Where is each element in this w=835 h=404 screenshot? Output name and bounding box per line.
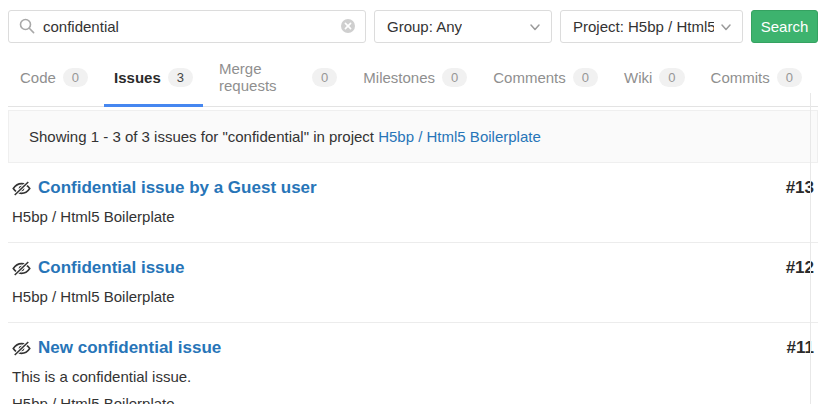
clear-search-icon[interactable]: [340, 18, 356, 34]
issue-project-name: H5bp / Html5 Boilerplate: [12, 288, 814, 305]
group-filter-label: Group: Any: [387, 18, 462, 35]
tab-label: Issues: [114, 69, 161, 86]
search-scope-tabs: Code 0 Issues 3 Merge requests 0 Milesto…: [8, 52, 818, 107]
tab-code[interactable]: Code 0: [10, 52, 98, 107]
project-filter-dropdown[interactable]: Project: H5bp / Html5 ...: [560, 10, 743, 43]
tab-wiki[interactable]: Wiki 0: [614, 52, 695, 107]
results-list: Confidential issue by a Guest user #13 H…: [8, 163, 818, 404]
confidential-eye-slash-icon: [12, 181, 31, 196]
search-toolbar: Group: Any Project: H5bp / Html5 ... Sea…: [8, 0, 818, 43]
search-input[interactable]: [8, 10, 366, 43]
tab-count-badge: 0: [659, 68, 684, 87]
chevron-down-icon: [720, 21, 732, 33]
tab-label: Comments: [493, 69, 566, 86]
chevron-down-icon: [529, 21, 541, 33]
tab-count-badge: 3: [168, 68, 193, 87]
issue-title-link[interactable]: New confidential issue: [38, 338, 221, 358]
confidential-eye-slash-icon: [12, 341, 31, 356]
project-filter-label: Project: H5bp / Html5 ...: [573, 18, 714, 35]
result-header: New confidential issue #11: [12, 338, 814, 358]
search-results-page: Group: Any Project: H5bp / Html5 ... Sea…: [0, 0, 835, 404]
project-link[interactable]: H5bp / Html5 Boilerplate: [378, 128, 541, 145]
tab-issues[interactable]: Issues 3: [104, 52, 203, 107]
issue-project-name: H5bp / Html5 Boilerplate: [12, 208, 814, 225]
content-right-border: [810, 93, 811, 404]
tab-comments[interactable]: Comments 0: [483, 52, 608, 107]
tab-merge-requests[interactable]: Merge requests 0: [209, 52, 347, 107]
group-filter-dropdown[interactable]: Group: Any: [374, 10, 552, 43]
issue-result-row: Confidential issue #12 H5bp / Html5 Boil…: [8, 242, 818, 322]
issue-title-link[interactable]: Confidential issue by a Guest user: [38, 178, 317, 198]
tab-count-badge: 0: [312, 68, 337, 87]
tab-count-badge: 0: [573, 68, 598, 87]
issue-result-row: Confidential issue by a Guest user #13 H…: [8, 163, 818, 242]
tab-label: Code: [20, 69, 56, 86]
results-summary: Showing 1 - 3 of 3 issues for "confident…: [8, 110, 818, 163]
issue-result-row: New confidential issue #11 This is a con…: [8, 322, 818, 404]
results-summary-text: Showing 1 - 3 of 3 issues for "confident…: [29, 128, 374, 145]
tab-label: Commits: [711, 69, 770, 86]
tab-label: Merge requests: [219, 60, 305, 94]
search-box: [8, 10, 366, 43]
tab-commits[interactable]: Commits 0: [701, 52, 812, 107]
tab-count-badge: 0: [777, 68, 802, 87]
result-header: Confidential issue by a Guest user #13: [12, 178, 814, 198]
result-header: Confidential issue #12: [12, 258, 814, 278]
search-icon: [19, 18, 35, 34]
issue-description: This is a confidential issue.: [12, 368, 814, 385]
confidential-eye-slash-icon: [12, 261, 31, 276]
issue-project-name: H5bp / Html5 Boilerplate: [12, 395, 814, 404]
tab-label: Wiki: [624, 69, 652, 86]
tab-count-badge: 0: [442, 68, 467, 87]
issue-title-link[interactable]: Confidential issue: [38, 258, 184, 278]
search-button[interactable]: Search: [751, 10, 818, 43]
tab-milestones[interactable]: Milestones 0: [353, 52, 477, 107]
tab-count-badge: 0: [63, 68, 88, 87]
tab-label: Milestones: [363, 69, 435, 86]
